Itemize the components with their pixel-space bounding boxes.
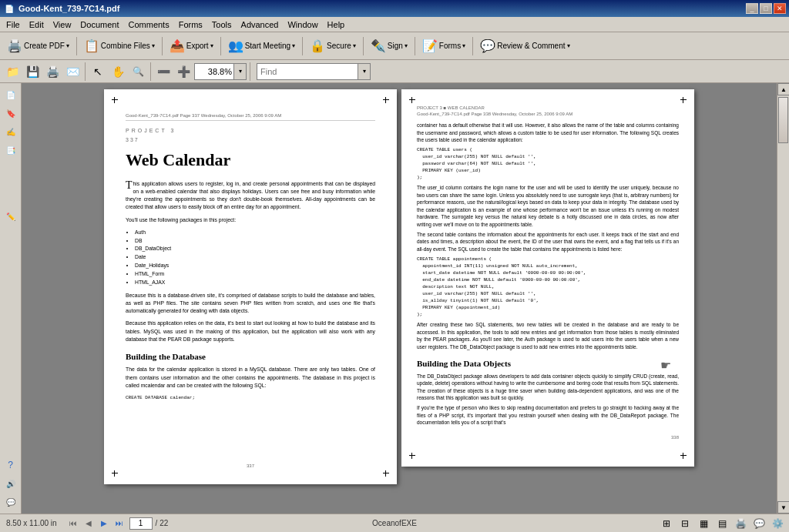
pdf-viewing-area[interactable]: Good-Kent_739-7C14.pdf Page 337 Wednesda… bbox=[22, 83, 777, 514]
status-tool-3[interactable]: ▦ bbox=[695, 517, 712, 530]
sidebar-help-button[interactable]: ? bbox=[2, 457, 19, 473]
status-tool-1[interactable]: ⊞ bbox=[658, 517, 675, 530]
section2-body: The DB_DataObject package allows develop… bbox=[417, 373, 679, 402]
separator-4 bbox=[302, 37, 303, 55]
menu-document[interactable]: Document bbox=[76, 18, 123, 31]
status-tool-7[interactable]: ⚙️ bbox=[769, 517, 786, 530]
code-block-right-2: CREATE TABLE appointments ( appointment_… bbox=[417, 256, 679, 318]
corner-mark-tr bbox=[383, 97, 389, 103]
export-button[interactable]: 📤 Export ▾ bbox=[166, 35, 217, 58]
zoom-out-button[interactable]: ➖ bbox=[154, 63, 173, 80]
last-page-button[interactable]: ⏭ bbox=[112, 517, 126, 530]
corner-mark-r-br bbox=[680, 453, 687, 459]
page-number-right: 338 bbox=[417, 434, 679, 440]
menu-file[interactable]: File bbox=[2, 18, 25, 31]
scroll-track[interactable] bbox=[777, 95, 789, 501]
zoom-input[interactable] bbox=[195, 67, 233, 76]
corner-mark-r-bl bbox=[409, 453, 415, 459]
search-dropdown-button[interactable]: ▾ bbox=[358, 64, 370, 79]
scroll-down-button[interactable]: ▼ bbox=[777, 501, 789, 514]
status-tool-5[interactable]: 🖨️ bbox=[732, 517, 749, 530]
title-bar: 📄 Good-Kent_739-7C14.pdf _ □ ✕ bbox=[0, 0, 789, 17]
right-body1: container has a default otherwise that i… bbox=[417, 122, 679, 143]
create-pdf-button[interactable]: 🖨️ Create PDF ▾ bbox=[3, 35, 73, 58]
corner-mark-r-tl bbox=[409, 97, 415, 103]
status-tool-2[interactable]: ⊟ bbox=[677, 517, 693, 530]
pdf-page-left-content: Good-Kent_739-7C14.pdf Page 337 Wednesda… bbox=[104, 89, 397, 484]
packages-list: Auth DB DB_DataObject Date Date_Holidays… bbox=[135, 229, 375, 287]
zoom-dropdown-button[interactable]: ▾ bbox=[233, 64, 246, 79]
menu-advanced[interactable]: Advanced bbox=[237, 18, 284, 31]
page-nav-prev: ⏮ ◀ ▶ ⏭ bbox=[66, 517, 126, 530]
close-button[interactable]: ✕ bbox=[774, 3, 786, 14]
minimize-button[interactable]: _ bbox=[746, 3, 758, 14]
scroll-up-button[interactable]: ▲ bbox=[777, 83, 789, 95]
menu-edit[interactable]: Edit bbox=[25, 18, 49, 31]
first-page-button[interactable]: ⏮ bbox=[66, 517, 80, 530]
email-button[interactable]: ✉️ bbox=[63, 63, 82, 80]
separator-5 bbox=[363, 37, 364, 55]
zoom-in-button[interactable]: ➕ bbox=[174, 63, 193, 80]
menu-view[interactable]: View bbox=[49, 18, 76, 31]
pdf-intro-text: This application allows users to registe… bbox=[126, 180, 375, 212]
vertical-scrollbar[interactable]: ▲ ▼ bbox=[777, 83, 789, 514]
right-section-header: PROJECT 3 ■ WEB CALENDAR Good-Kent_739-7… bbox=[417, 105, 679, 117]
page-size-display: 8.50 x 11.00 in bbox=[3, 519, 60, 527]
search-input[interactable] bbox=[257, 67, 358, 76]
pdf-body1: Because this is a database-driven site, … bbox=[126, 292, 375, 316]
separator-6 bbox=[415, 37, 415, 55]
prev-page-button[interactable]: ◀ bbox=[82, 517, 96, 530]
sidebar-audio-button[interactable]: 🔊 bbox=[2, 475, 19, 492]
section2-body2: If you're the type of person who likes t… bbox=[417, 404, 679, 426]
status-tools: ⊞ ⊟ ▦ ▤ 🖨️ 💬 ⚙️ bbox=[658, 517, 786, 530]
pdf-left-header: Good-Kent_739-7C14.pdf Page 337 Wednesda… bbox=[126, 112, 375, 121]
separator-3 bbox=[220, 37, 221, 55]
right-body2: The user_id column contains the login na… bbox=[417, 184, 679, 228]
maximize-button[interactable]: □ bbox=[760, 3, 772, 14]
save-button[interactable]: 💾 bbox=[23, 63, 42, 80]
pdf-page-right: PROJECT 3 ■ WEB CALENDAR Good-Kent_739-7… bbox=[401, 89, 694, 467]
select-tool-button[interactable]: ↖ bbox=[89, 63, 107, 80]
next-page-button[interactable]: ▶ bbox=[97, 517, 111, 530]
menu-tools[interactable]: Tools bbox=[207, 18, 237, 31]
menu-forms[interactable]: Forms bbox=[174, 18, 207, 31]
forms-button[interactable]: 📝 Forms ▾ bbox=[418, 35, 469, 58]
sidebar-pages-button[interactable]: 📄 bbox=[2, 86, 19, 103]
review-button[interactable]: 💬 Review & Comment ▾ bbox=[476, 35, 573, 58]
code-block-right-1: CREATE TABLE users ( user_id varchar(255… bbox=[417, 146, 679, 181]
corner-mark-br bbox=[383, 470, 389, 477]
sidebar-signatures-button[interactable]: ✍️ bbox=[2, 123, 19, 140]
separator-7 bbox=[472, 37, 473, 55]
project-label: PROJECT 3 bbox=[126, 127, 375, 135]
menu-help[interactable]: Help bbox=[323, 18, 350, 31]
scroll-thumb[interactable] bbox=[778, 97, 788, 143]
sidebar-comments-button[interactable]: ✏️ bbox=[2, 208, 19, 225]
sidebar-bookmarks-button[interactable]: 🔖 bbox=[2, 105, 19, 122]
status-tool-4[interactable]: ▤ bbox=[713, 517, 730, 530]
print-button[interactable]: 🖨️ bbox=[43, 63, 62, 80]
pdf-page-right-content: PROJECT 3 ■ WEB CALENDAR Good-Kent_739-7… bbox=[401, 89, 694, 467]
zoom-tool-button[interactable]: 🔍 bbox=[129, 63, 147, 80]
start-meeting-button[interactable]: 👥 Start Meeting ▾ bbox=[224, 35, 299, 58]
hand-cursor-icon: ☛ bbox=[660, 357, 671, 374]
separator-2 bbox=[162, 37, 163, 55]
open-folder-button[interactable]: 📁 bbox=[3, 63, 22, 80]
page-total-display: / 22 bbox=[156, 519, 169, 527]
sep-tb2-2 bbox=[150, 62, 151, 81]
brand-label: OceanofEXE bbox=[372, 519, 417, 527]
page-number-input[interactable] bbox=[129, 517, 153, 530]
sidebar-layers-button[interactable]: 📑 bbox=[2, 142, 19, 159]
sidebar-chat-button[interactable]: 💬 bbox=[2, 494, 19, 510]
sep-tb2-3 bbox=[250, 62, 250, 81]
left-sidebar: 📄 🔖 ✍️ 📑 ✏️ ? 🔊 💬 bbox=[0, 83, 22, 514]
hand-tool-button[interactable]: ✋ bbox=[109, 63, 127, 80]
sign-button[interactable]: ✒️ Sign ▾ bbox=[367, 35, 411, 58]
status-tool-6[interactable]: 💬 bbox=[750, 517, 767, 530]
status-bar: 8.50 x 11.00 in ⏮ ◀ ▶ ⏭ / 22 ⊞ ⊟ ▦ ▤ 🖨️ … bbox=[0, 514, 789, 532]
menu-comments[interactable]: Comments bbox=[124, 18, 174, 31]
page-title: Web Calendar bbox=[126, 149, 375, 172]
combine-files-button[interactable]: 📋 Combine Files ▾ bbox=[80, 35, 159, 58]
window-controls: _ □ ✕ bbox=[746, 3, 786, 14]
menu-window[interactable]: Window bbox=[283, 18, 322, 31]
secure-button[interactable]: 🔒 Secure ▾ bbox=[306, 35, 360, 58]
